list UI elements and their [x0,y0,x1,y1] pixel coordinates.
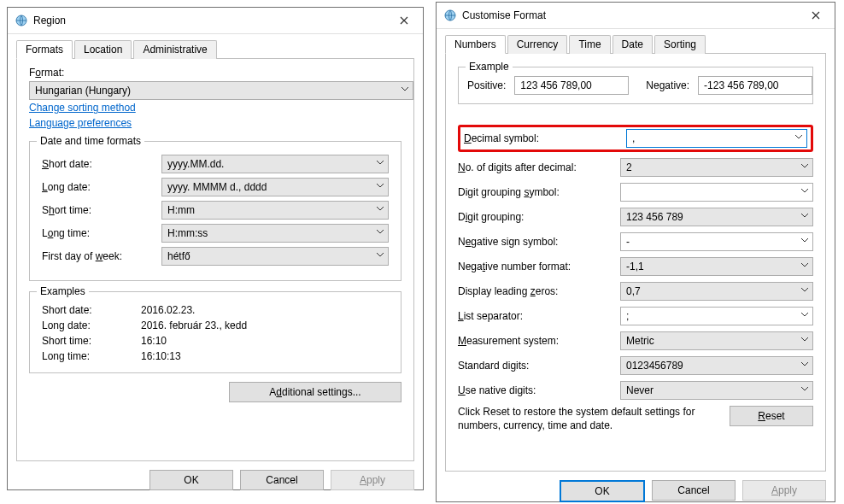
leading-zeros-combo[interactable]: 0,7 [620,282,813,301]
examples-legend: Examples [37,285,89,297]
ex-short-time-key: Short time: [42,335,141,347]
ex-long-date-key: Long date: [42,319,141,331]
long-time-combo[interactable]: H:mm:ss [161,224,389,243]
apply-button: Apply [742,480,826,501]
ex-short-date-val: 2016.02.23. [141,304,195,316]
leading-zeros-value: 0,7 [626,285,641,297]
negative-sign-label: Negative sign symbol: [458,236,620,248]
ok-button[interactable]: OK [560,480,645,502]
ok-button[interactable]: OK [149,470,233,490]
short-date-combo[interactable]: yyyy.MM.dd. [161,155,389,173]
standard-digits-value: 0123456789 [626,360,683,372]
chevron-down-icon [800,285,809,294]
decimal-symbol-value: , [632,132,635,144]
examples-group: Examples Short date:2016.02.23. Long dat… [29,291,401,373]
standard-digits-label: Standard digits: [458,360,620,372]
first-day-of-week-label: First day of week: [42,250,161,262]
no-of-digits-value: 2 [626,161,632,173]
tab-sorting[interactable]: Sorting [654,35,706,54]
format-combo-value: Hungarian (Hungary) [35,85,131,97]
chevron-down-icon [794,132,803,141]
no-of-digits-combo[interactable]: 2 [620,158,813,177]
customise-bottom-buttons: OK Cancel Apply [445,480,826,502]
chevron-down-icon [376,158,384,167]
list-separator-combo[interactable]: ; [620,307,813,325]
negative-format-combo[interactable]: -1,1 [620,257,813,276]
long-time-value: H:mm:ss [167,227,208,239]
tab-date[interactable]: Date [612,35,653,54]
chevron-down-icon [800,360,809,368]
cancel-button[interactable]: Cancel [240,470,324,490]
customise-client: Numbers Currency Time Date Sorting Examp… [437,29,835,504]
negative-value: -123 456 789,00 [698,76,812,95]
chevron-down-icon [376,204,384,213]
formats-panel: Format: Hungarian (Hungary) Change sorti… [16,58,414,461]
chevron-down-icon [800,261,809,269]
chevron-down-icon [376,227,384,236]
date-time-formats-group: Date and time formats Short date: yyyy.M… [29,141,401,281]
measurement-system-combo[interactable]: Metric [620,331,813,350]
customise-format-window: Customise Format Numbers Currency Time D… [436,2,835,502]
first-day-of-week-combo[interactable]: hétfő [161,247,389,266]
use-native-digits-value: Never [626,384,654,396]
reset-description: Click Reset to restore the system defaul… [458,406,719,432]
tab-location[interactable]: Location [74,40,132,59]
list-separator-value: ; [626,310,629,322]
numbers-panel: Example Positive: 123 456 789,00 Negativ… [445,53,826,472]
ex-short-time-val: 16:10 [141,335,167,347]
format-label: Format: [29,67,401,79]
decimal-symbol-combo[interactable]: , [626,129,807,148]
negative-label: Negative: [646,79,689,91]
chevron-down-icon [376,181,384,190]
standard-digits-combo[interactable]: 0123456789 [620,356,813,375]
tab-administrative[interactable]: Administrative [133,40,216,59]
tab-currency[interactable]: Currency [507,35,568,54]
chevron-down-icon [800,186,809,195]
cancel-button[interactable]: Cancel [652,480,736,501]
digit-grouping-symbol-label: Digit grouping symbol: [458,186,620,198]
digit-grouping-symbol-combo[interactable] [620,183,813,202]
short-date-label: Short date: [42,158,161,170]
first-day-of-week-value: hétfő [167,250,190,262]
additional-settings-button[interactable]: Additional settings... [229,382,401,402]
digit-grouping-combo[interactable]: 123 456 789 [620,208,813,226]
close-button[interactable] [387,12,421,29]
long-date-label: Long date: [42,181,161,193]
tab-formats[interactable]: Formats [16,40,73,59]
negative-sign-combo[interactable]: - [620,232,813,251]
region-titlebar: Region [8,8,423,34]
chevron-down-icon [800,310,809,319]
tab-time[interactable]: Time [569,35,610,54]
chevron-down-icon [800,211,809,220]
close-button[interactable] [799,7,833,24]
short-time-combo[interactable]: H:mm [161,201,389,220]
change-sorting-link[interactable]: Change sorting method [29,102,136,114]
reset-button[interactable]: Reset [730,406,813,426]
ex-short-date-key: Short date: [42,304,141,316]
long-date-combo[interactable]: yyyy. MMMM d., dddd [161,178,389,196]
language-preferences-link[interactable]: Language preferences [29,117,132,129]
chevron-down-icon [800,236,809,244]
long-date-value: yyyy. MMMM d., dddd [167,181,267,193]
globe-icon [443,9,457,22]
decimal-symbol-label: Decimal symbol: [464,132,626,144]
chevron-down-icon [800,161,809,170]
long-time-label: Long time: [42,227,161,239]
format-combo[interactable]: Hungarian (Hungary) [29,81,413,100]
chevron-down-icon [376,250,384,259]
customise-tabs: Numbers Currency Time Date Sorting [445,35,826,54]
positive-label: Positive: [467,79,506,91]
negative-format-label: Negative number format: [458,261,620,273]
apply-button: Apply [331,470,414,490]
no-of-digits-label: No. of digits after decimal: [458,161,620,173]
chevron-down-icon [401,85,409,93]
list-separator-label: List separator: [458,310,620,322]
region-bottom-buttons: OK Cancel Apply [16,470,414,490]
tab-numbers[interactable]: Numbers [445,35,506,54]
date-time-formats-legend: Date and time formats [37,135,144,147]
short-time-value: H:mm [167,204,195,216]
ex-long-time-key: Long time: [42,350,141,362]
ex-long-time-val: 16:10:13 [141,350,181,362]
use-native-digits-combo[interactable]: Never [620,381,813,400]
measurement-system-label: Measurement system: [458,335,620,347]
